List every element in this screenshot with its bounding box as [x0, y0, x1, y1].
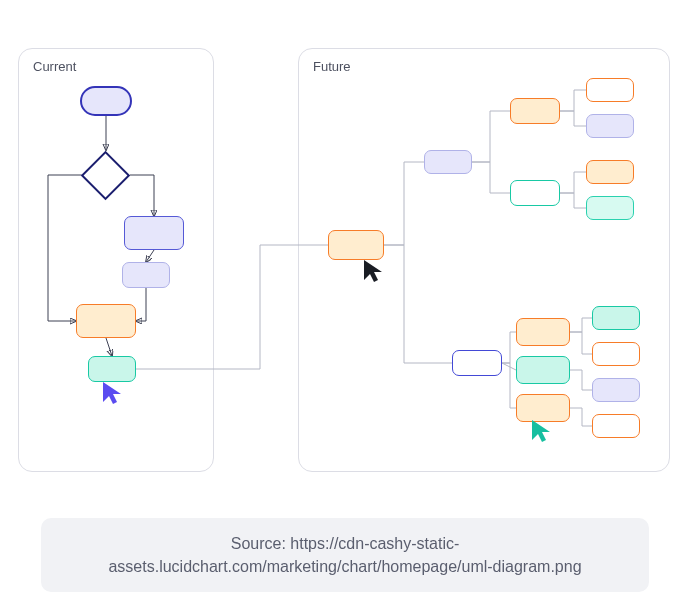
future-upper-child-2[interactable] [510, 180, 560, 206]
future-lower-leaf-4[interactable] [592, 414, 640, 438]
start-terminator[interactable] [80, 86, 132, 116]
current-step-c[interactable] [76, 304, 136, 338]
future-lower-leaf-1[interactable] [592, 306, 640, 330]
source-prefix: Source: [231, 535, 291, 552]
future-lower-child-2[interactable] [516, 356, 570, 384]
future-upper-leaf-2a[interactable] [586, 160, 634, 184]
current-step-a[interactable] [124, 216, 184, 250]
diagram-canvas: Current Future [0, 0, 690, 614]
current-step-b[interactable] [122, 262, 170, 288]
future-upper-leaf-1a[interactable] [586, 78, 634, 102]
future-panel: Future [298, 48, 670, 472]
future-lower-child-1[interactable] [516, 318, 570, 346]
future-lower-leaf-2[interactable] [592, 342, 640, 366]
future-upper-child-1[interactable] [510, 98, 560, 124]
current-step-d[interactable] [88, 356, 136, 382]
future-lower-leaf-3[interactable] [592, 378, 640, 402]
future-lower-branch[interactable] [452, 350, 502, 376]
future-root[interactable] [328, 230, 384, 260]
source-url: https://cdn-cashy-static-assets.lucidcha… [108, 535, 581, 575]
future-panel-label: Future [313, 59, 351, 74]
cursor-black-icon [362, 258, 384, 284]
cursor-indigo-icon [101, 380, 123, 406]
future-upper-leaf-2b[interactable] [586, 196, 634, 220]
future-upper-leaf-1b[interactable] [586, 114, 634, 138]
future-upper-branch[interactable] [424, 150, 472, 174]
cursor-teal-icon [530, 418, 552, 444]
source-caption: Source: https://cdn-cashy-static-assets.… [41, 518, 649, 592]
current-panel-label: Current [33, 59, 76, 74]
